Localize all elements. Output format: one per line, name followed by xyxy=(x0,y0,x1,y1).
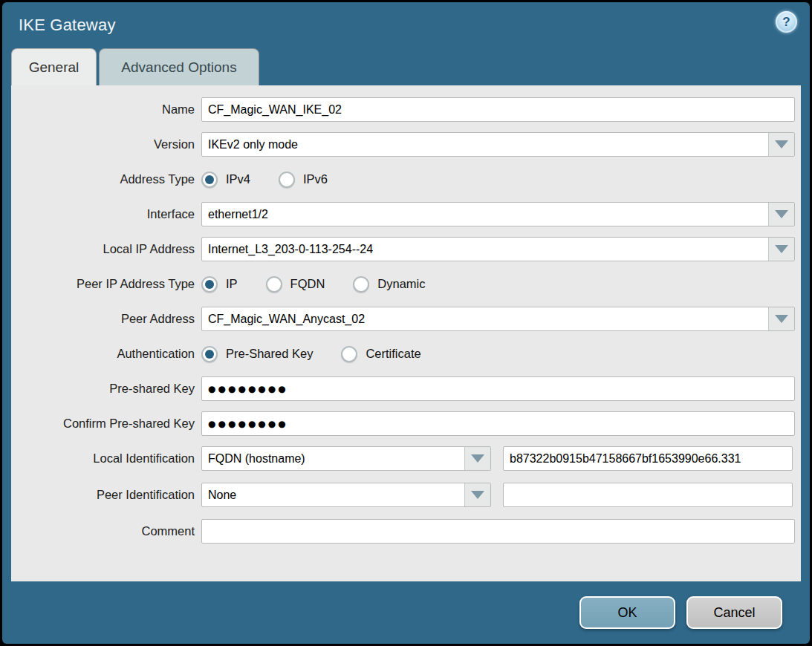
address-type-label: Address Type xyxy=(17,172,201,186)
radio-icon xyxy=(201,172,218,188)
general-tab-panel: Name Version IKEv2 only mode Address Typ… xyxy=(11,85,801,581)
triangle-glyph xyxy=(775,210,788,218)
peer-identification-type-select[interactable]: None xyxy=(201,483,491,507)
chevron-down-icon[interactable] xyxy=(464,447,490,470)
peer-ip-type-dynamic-radio[interactable]: Dynamic xyxy=(353,276,425,293)
address-type-row: Address Type IPv4 IPv6 xyxy=(11,167,801,192)
local-ip-row: Local IP Address Internet_L3_203-0-113-2… xyxy=(11,237,801,261)
chevron-down-icon[interactable] xyxy=(768,307,794,330)
local-ip-select[interactable]: Internet_L3_203-0-113-254--24 xyxy=(201,237,795,261)
tab-advanced-options[interactable]: Advanced Options xyxy=(99,48,259,85)
interface-select[interactable]: ethernet1/2 xyxy=(201,202,795,226)
auth-preshared-key-radio[interactable]: Pre-Shared Key xyxy=(201,346,313,362)
peer-identification-row: Peer Identification None xyxy=(11,483,801,507)
tab-bar: General Advanced Options xyxy=(2,48,810,85)
peer-identification-value-input[interactable] xyxy=(503,483,793,507)
version-select[interactable]: IKEv2 only mode xyxy=(201,132,795,157)
help-glyph: ? xyxy=(782,16,790,28)
triangle-glyph xyxy=(775,315,788,323)
confirm-preshared-key-row: Confirm Pre-shared Key xyxy=(11,411,801,436)
help-icon[interactable]: ? xyxy=(776,11,797,33)
radio-label: Dynamic xyxy=(377,277,425,291)
cancel-button[interactable]: Cancel xyxy=(686,596,782,629)
peer-ip-type-label: Peer IP Address Type xyxy=(17,277,201,291)
local-ip-label: Local IP Address xyxy=(17,242,201,256)
comment-row: Comment xyxy=(11,519,801,544)
interface-select-value: ethernet1/2 xyxy=(202,203,768,226)
radio-icon xyxy=(353,276,369,293)
dialog-title: IKE Gateway xyxy=(19,16,116,35)
local-identification-row: Local Identification FQDN (hostname) xyxy=(11,446,801,471)
name-row: Name xyxy=(11,97,801,122)
address-type-ipv6-radio[interactable]: IPv6 xyxy=(279,172,328,188)
local-identification-type-value: FQDN (hostname) xyxy=(202,447,464,470)
ok-button[interactable]: OK xyxy=(579,596,675,629)
peer-address-select-value: CF_Magic_WAN_Anycast_02 xyxy=(202,307,768,330)
radio-label: IP xyxy=(226,277,238,291)
radio-icon xyxy=(201,346,218,362)
tab-general[interactable]: General xyxy=(11,48,97,85)
version-select-value: IKEv2 only mode xyxy=(202,133,768,156)
local-identification-type-select[interactable]: FQDN (hostname) xyxy=(201,446,491,471)
triangle-glyph xyxy=(471,454,484,463)
title-bar: IKE Gateway ? xyxy=(2,2,810,48)
peer-identification-label: Peer Identification xyxy=(17,488,201,502)
comment-input[interactable] xyxy=(201,519,795,544)
radio-label: IPv4 xyxy=(226,172,250,186)
dialog-window: IKE Gateway ? General Advanced Options N… xyxy=(2,2,810,644)
peer-address-label: Peer Address xyxy=(17,312,201,326)
address-type-ipv4-radio[interactable]: IPv4 xyxy=(201,172,250,188)
radio-label: Pre-Shared Key xyxy=(226,347,313,361)
comment-label: Comment xyxy=(17,524,201,538)
name-label: Name xyxy=(17,102,201,117)
interface-row: Interface ethernet1/2 xyxy=(11,202,801,226)
name-input[interactable] xyxy=(201,97,795,122)
peer-ip-type-ip-radio[interactable]: IP xyxy=(201,276,238,293)
peer-address-select[interactable]: CF_Magic_WAN_Anycast_02 xyxy=(201,307,795,331)
radio-icon xyxy=(341,346,357,362)
triangle-glyph xyxy=(775,245,788,253)
radio-label: FQDN xyxy=(290,277,325,291)
chevron-down-icon[interactable] xyxy=(768,238,794,261)
confirm-preshared-key-label: Confirm Pre-shared Key xyxy=(17,417,201,431)
ike-gateway-dialog: IKE Gateway ? General Advanced Options N… xyxy=(0,0,812,646)
chevron-down-icon[interactable] xyxy=(464,483,490,506)
local-identification-value-input[interactable] xyxy=(503,446,793,471)
confirm-preshared-key-input[interactable] xyxy=(201,411,795,436)
chevron-down-icon[interactable] xyxy=(768,133,794,156)
peer-address-row: Peer Address CF_Magic_WAN_Anycast_02 xyxy=(11,307,801,331)
local-ip-select-value: Internet_L3_203-0-113-254--24 xyxy=(202,238,768,261)
version-label: Version xyxy=(17,137,201,151)
radio-icon xyxy=(279,172,295,188)
radio-icon xyxy=(201,276,218,293)
footer-bar: OK Cancel xyxy=(2,581,810,644)
preshared-key-row: Pre-shared Key xyxy=(11,376,801,401)
interface-label: Interface xyxy=(17,207,201,221)
chevron-down-icon[interactable] xyxy=(768,203,794,226)
radio-label: Certificate xyxy=(366,347,420,361)
local-identification-label: Local Identification xyxy=(17,451,201,466)
peer-ip-type-row: Peer IP Address Type IP FQDN Dynamic xyxy=(11,272,801,296)
peer-ip-type-fqdn-radio[interactable]: FQDN xyxy=(266,276,325,293)
triangle-glyph xyxy=(775,140,788,149)
authentication-row: Authentication Pre-Shared Key Certificat… xyxy=(11,342,801,366)
preshared-key-input[interactable] xyxy=(201,376,795,401)
triangle-glyph xyxy=(471,491,484,499)
peer-identification-type-value: None xyxy=(202,483,464,506)
auth-certificate-radio[interactable]: Certificate xyxy=(341,346,420,362)
radio-label: IPv6 xyxy=(303,172,328,186)
radio-icon xyxy=(266,276,282,293)
version-row: Version IKEv2 only mode xyxy=(11,132,801,157)
preshared-key-label: Pre-shared Key xyxy=(17,382,201,396)
authentication-label: Authentication xyxy=(17,347,201,361)
